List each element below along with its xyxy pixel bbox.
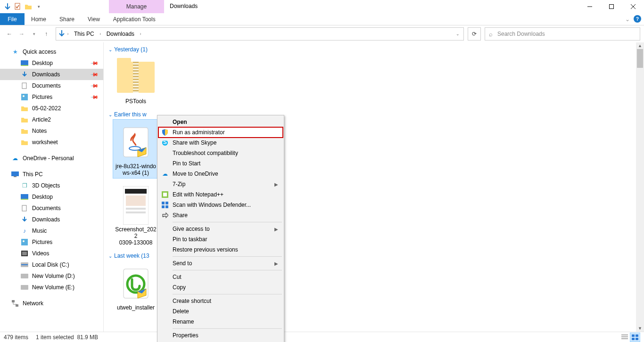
tab-home[interactable]: Home — [25, 13, 53, 25]
context-menu-item[interactable]: Edit with Notepad++ — [158, 189, 283, 200]
refresh-button[interactable]: ⟳ — [468, 27, 481, 41]
scrollbar-thumb[interactable] — [637, 49, 643, 68]
sidebar-network[interactable]: Network — [0, 298, 103, 309]
tab-view[interactable]: View — [81, 13, 107, 25]
address-bar[interactable]: › This PC › Downloads › ⌄ — [56, 27, 464, 41]
sidebar-this-pc[interactable]: This PC — [0, 169, 103, 180]
sidebar-item-folder[interactable]: Notes — [0, 125, 103, 137]
sidebar-item-folder[interactable]: worksheet — [0, 137, 103, 148]
file-item-pstools[interactable]: PSTools — [113, 55, 158, 106]
file-label: utweb_installer — [116, 303, 156, 313]
scroll-down-icon[interactable]: ▼ — [636, 325, 644, 332]
ribbon-context-manage[interactable]: Manage — [109, 0, 164, 13]
ribbon-collapse-icon[interactable]: ⌄ — [625, 16, 630, 23]
context-menu-item[interactable]: Send to▶ — [158, 258, 283, 269]
down-arrow-icon[interactable] — [4, 3, 11, 10]
context-menu-item[interactable]: 7-Zip▶ — [158, 179, 283, 189]
tab-application-tools[interactable]: Application Tools — [107, 13, 162, 25]
context-menu-item[interactable]: Cut — [158, 272, 283, 282]
group-header-yesterday[interactable]: ⌄Yesterday (1) — [108, 44, 639, 55]
back-button[interactable]: ← — [4, 28, 15, 40]
sidebar-item-videos[interactable]: Videos — [0, 248, 103, 259]
svg-rect-28 — [126, 212, 146, 213]
cube-icon: ❒ — [21, 182, 28, 189]
sidebar-item-pictures[interactable]: Pictures 📌 — [0, 91, 103, 103]
chevron-right-icon[interactable]: › — [66, 32, 70, 36]
context-menu-item[interactable]: Open — [158, 117, 283, 127]
svg-rect-5 — [21, 94, 28, 100]
file-item-screenshot[interactable]: Screenshot_20220309-133008 — [113, 183, 158, 248]
context-menu-item[interactable]: Rename — [158, 317, 283, 327]
sidebar-item-pictures2[interactable]: Pictures — [0, 236, 103, 248]
sidebar-item-3d-objects[interactable]: ❒3D Objects — [0, 180, 103, 191]
pictures-icon — [21, 93, 28, 101]
tab-share[interactable]: Share — [53, 13, 81, 25]
utorrent-installer-icon — [116, 264, 156, 303]
skype-icon: S — [161, 139, 169, 147]
context-menu-item[interactable]: Delete — [158, 306, 283, 317]
context-menu-item[interactable]: Pin to taskbar — [158, 234, 283, 244]
context-menu-item[interactable]: Copy — [158, 282, 283, 293]
sidebar-item-folder[interactable]: Article2 — [0, 114, 103, 125]
file-label: jre-8u321-windows-x64 (1) — [115, 162, 157, 178]
context-menu-item[interactable]: Pin to Start — [158, 158, 283, 169]
context-menu-item[interactable]: Give access to▶ — [158, 224, 283, 234]
up-button[interactable]: ↑ — [41, 28, 52, 40]
vertical-scrollbar[interactable]: ▲ ▼ — [636, 42, 644, 332]
scroll-up-icon[interactable]: ▲ — [636, 42, 644, 49]
context-menu-item[interactable]: ☁Move to OneDrive — [158, 169, 283, 179]
help-button[interactable]: ? — [634, 15, 641, 23]
context-menu-item[interactable]: Properties — [158, 330, 283, 341]
sidebar-item-downloads2[interactable]: Downloads — [0, 214, 103, 225]
breadcrumb-downloads[interactable]: Downloads — [104, 30, 137, 38]
sidebar-item-volume-e[interactable]: New Volume (E:) — [0, 282, 103, 293]
navigation-pane[interactable]: ★ Quick access Desktop 📌 Downloads 📌 Doc… — [0, 42, 104, 332]
file-item-jre[interactable]: jre-8u321-windows-x64 (1) — [113, 120, 158, 178]
context-menu-item[interactable]: Run as administrator — [158, 127, 283, 138]
sidebar-item-desktop[interactable]: Desktop 📌 — [0, 57, 103, 69]
sidebar-item-label: Music — [32, 228, 47, 234]
cloud-icon: ☁ — [11, 155, 19, 162]
sidebar-item-desktop2[interactable]: Desktop — [0, 191, 103, 203]
breadcrumb-this-pc[interactable]: This PC — [71, 30, 97, 38]
sidebar-item-folder[interactable]: 05-02-2022 — [0, 103, 103, 114]
context-menu-label: Copy — [173, 284, 186, 291]
context-menu-item[interactable]: Create shortcut — [158, 296, 283, 306]
context-menu-item[interactable]: Scan with Windows Defender... — [158, 200, 283, 210]
details-view-button[interactable] — [619, 333, 630, 342]
maximize-button[interactable] — [601, 0, 622, 13]
recent-dropdown-icon[interactable]: ▾ — [28, 28, 40, 40]
sidebar-item-localdisk-c[interactable]: Local Disk (C:) — [0, 259, 103, 270]
search-input[interactable]: ⌕ Search Downloads — [485, 27, 640, 41]
chevron-right-icon: ▶ — [274, 261, 278, 266]
checked-paper-icon[interactable] — [14, 3, 22, 10]
context-menu-item[interactable]: Troubleshoot compatibility — [158, 148, 283, 158]
drive-icon — [21, 272, 28, 280]
context-menu-item[interactable]: Share — [158, 210, 283, 220]
chevron-right-icon[interactable]: › — [98, 32, 103, 36]
forward-button: → — [16, 28, 27, 40]
sidebar-quick-access[interactable]: ★ Quick access — [0, 46, 103, 57]
file-item-utweb[interactable]: utweb_installer — [113, 261, 158, 313]
context-menu-label: Share with Skype — [173, 139, 216, 146]
minimize-button[interactable] — [579, 0, 601, 13]
address-dropdown-icon[interactable]: ⌄ — [456, 32, 460, 36]
sidebar-item-documents[interactable]: Documents 📌 — [0, 80, 103, 91]
qat-overflow-icon[interactable]: ▾ — [35, 3, 42, 10]
sidebar-item-label: Desktop — [32, 194, 53, 200]
close-button[interactable] — [622, 0, 644, 13]
folder-small-icon[interactable] — [25, 3, 32, 10]
sidebar-onedrive[interactable]: ☁ OneDrive - Personal — [0, 153, 103, 164]
pin-icon: 📌 — [90, 81, 99, 90]
documents-icon — [21, 82, 28, 90]
sidebar-item-music[interactable]: ♪Music — [0, 225, 103, 236]
sidebar-item-volume-d[interactable]: New Volume (D:) — [0, 270, 103, 282]
large-icons-view-button[interactable] — [630, 333, 640, 342]
tab-file[interactable]: File — [0, 13, 25, 25]
sidebar-item-documents2[interactable]: Documents — [0, 203, 103, 214]
chevron-right-icon[interactable]: › — [138, 32, 143, 36]
svg-rect-12 — [21, 239, 28, 245]
context-menu-item[interactable]: Restore previous versions — [158, 244, 283, 255]
context-menu-item[interactable]: SShare with Skype — [158, 138, 283, 148]
sidebar-item-downloads[interactable]: Downloads 📌 — [0, 69, 103, 80]
